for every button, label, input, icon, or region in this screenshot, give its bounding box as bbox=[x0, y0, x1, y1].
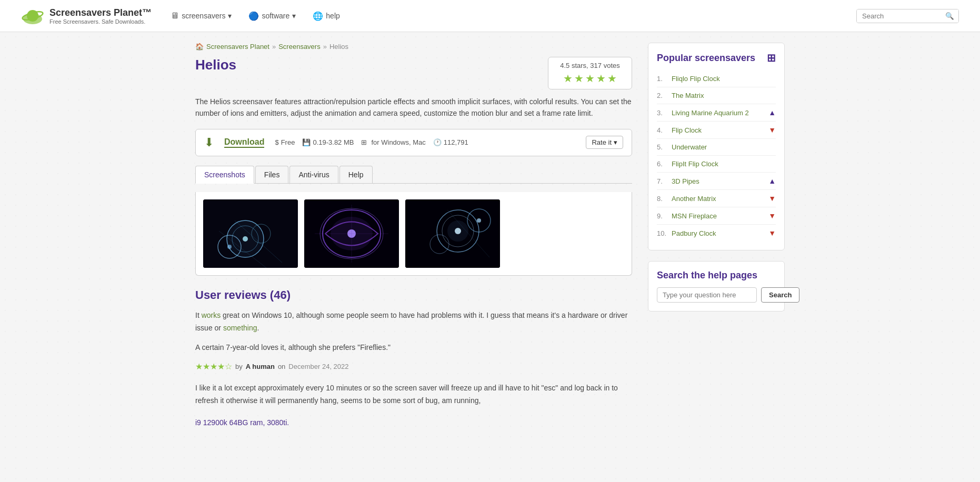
popular-item-num: 1. bbox=[657, 75, 667, 83]
nav-software-arrow: ▾ bbox=[292, 12, 296, 20]
breadcrumb: 🏠 Screensavers Planet » Screensavers » H… bbox=[195, 43, 632, 51]
star-2: ★ bbox=[574, 72, 584, 85]
review-author-1: A human bbox=[246, 363, 275, 370]
popular-item-link[interactable]: Another Matrix bbox=[672, 195, 764, 203]
header-search-button[interactable]: 🔍 bbox=[941, 9, 958, 23]
review-summary-p1: It works great on Windows 10, although s… bbox=[195, 309, 632, 335]
nav-screensavers-arrow: ▾ bbox=[228, 12, 232, 20]
popular-item-link[interactable]: Padbury Clock bbox=[672, 229, 764, 237]
tab-screenshots[interactable]: Screenshots bbox=[195, 166, 254, 184]
help-search-section: Search the help pages Search bbox=[648, 261, 785, 312]
popular-item-link[interactable]: MSN Fireplace bbox=[672, 212, 764, 220]
star-1: ★ bbox=[563, 72, 573, 85]
nav-help[interactable]: 🌐 help bbox=[309, 9, 343, 23]
header-search: 🔍 bbox=[856, 9, 959, 23]
tabs: Screenshots Files Anti-virus Help bbox=[195, 166, 632, 184]
rate-arrow-icon: ▾ bbox=[614, 138, 617, 146]
main-wrapper: 🏠 Screensavers Planet » Screensavers » H… bbox=[174, 32, 806, 450]
platform-item: ⊞ for Windows, Mac bbox=[361, 138, 425, 146]
tab-help[interactable]: Help bbox=[339, 166, 373, 183]
page-title: Helios bbox=[195, 57, 236, 73]
popular-item-link[interactable]: Living Marine Aquarium 2 bbox=[672, 109, 764, 117]
windows-os-icon: ⊞ bbox=[361, 138, 367, 146]
logo-text: Screensavers Planet™ Free Screensavers. … bbox=[49, 7, 152, 25]
popular-item-link[interactable]: Fliqlo Flip Clock bbox=[672, 75, 776, 83]
screenshots-panel bbox=[195, 192, 632, 276]
popular-item-num: 6. bbox=[657, 160, 667, 168]
popular-item: 9.MSN Fireplace▼ bbox=[657, 207, 776, 225]
screenshot-1[interactable] bbox=[203, 199, 298, 268]
description: The Helios screensaver features attracti… bbox=[195, 96, 632, 119]
popular-item-num: 10. bbox=[657, 229, 667, 237]
popular-item: 4.Flip Clock▼ bbox=[657, 122, 776, 139]
logo[interactable]: Screensavers Planet™ Free Screensavers. … bbox=[21, 4, 152, 27]
tab-antivirus[interactable]: Anti-virus bbox=[289, 166, 338, 183]
home-icon: 🏠 bbox=[195, 43, 204, 51]
popular-item-link[interactable]: The Matrix bbox=[672, 92, 776, 99]
popular-title-text: Popular screensavers bbox=[657, 53, 755, 64]
popular-item: 7.3D Pipes▲ bbox=[657, 173, 776, 190]
trend-down-icon: ▼ bbox=[768, 194, 776, 203]
monitor-icon: 🖥 bbox=[171, 11, 179, 21]
help-search-input[interactable] bbox=[657, 287, 757, 303]
size-item: 💾 0.19-3.82 MB bbox=[302, 138, 354, 146]
clock-icon: 🕐 bbox=[433, 138, 442, 146]
price-value: Free bbox=[281, 138, 295, 146]
nav-software-label: software bbox=[262, 12, 289, 20]
rate-button[interactable]: Rate it ▾ bbox=[586, 136, 623, 149]
download-arrow-icon: ⬇ bbox=[204, 136, 214, 149]
popular-item-num: 3. bbox=[657, 109, 667, 117]
popular-item: 8.Another Matrix▼ bbox=[657, 190, 776, 207]
rate-label: Rate it bbox=[592, 138, 612, 146]
stars-display: ★ ★ ★ ★ ★ bbox=[556, 72, 624, 85]
popular-item-link[interactable]: 3D Pipes bbox=[672, 177, 764, 185]
review-by-label: by bbox=[235, 363, 243, 370]
sidebar: Popular screensavers ⊞ 1.Fliqlo Flip Clo… bbox=[648, 43, 785, 440]
help-search-button[interactable]: Search bbox=[761, 287, 799, 303]
trend-down-icon: ▼ bbox=[768, 126, 776, 134]
rating-text: 4.5 stars, 317 votes bbox=[556, 62, 624, 69]
tab-files[interactable]: Files bbox=[255, 166, 289, 183]
trend-up-icon: ▲ bbox=[768, 177, 776, 185]
popular-item-num: 9. bbox=[657, 212, 667, 220]
popular-item-num: 7. bbox=[657, 177, 667, 185]
dollar-icon: $ bbox=[275, 138, 278, 146]
popular-item-link[interactable]: Underwater bbox=[672, 143, 776, 151]
nav-software[interactable]: 🔵 software ▾ bbox=[245, 9, 299, 23]
trend-down-icon: ▼ bbox=[768, 229, 776, 237]
review-highlight-works: works bbox=[202, 311, 221, 319]
breadcrumb-link-home[interactable]: Screensavers Planet bbox=[206, 43, 269, 51]
windows-logo-icon: ⊞ bbox=[767, 52, 776, 64]
review-2-main-text: I like it a lot except approximately eve… bbox=[195, 384, 618, 405]
popular-item: 5.Underwater bbox=[657, 139, 776, 156]
star-5-half: ★ bbox=[607, 72, 617, 85]
help-search-title: Search the help pages bbox=[657, 270, 776, 281]
nav-screensavers[interactable]: 🖥 screensavers ▾ bbox=[167, 9, 235, 23]
views-value: 112,791 bbox=[444, 138, 468, 146]
logo-title: Screensavers Planet™ bbox=[49, 7, 152, 18]
popular-item: 1.Fliqlo Flip Clock bbox=[657, 71, 776, 87]
review-on-label: on bbox=[278, 363, 285, 370]
disk-icon: 💾 bbox=[302, 138, 311, 146]
popular-item: 3.Living Marine Aquarium 2▲ bbox=[657, 104, 776, 122]
popular-item-num: 2. bbox=[657, 92, 667, 99]
price-item: $ Free bbox=[275, 138, 295, 146]
title-rating-row: Helios 4.5 stars, 317 votes ★ ★ ★ ★ ★ bbox=[195, 57, 632, 89]
review-summary-p2: A certain 7-year-old loves it, although … bbox=[195, 342, 632, 354]
download-link[interactable]: Download bbox=[224, 137, 264, 148]
svg-point-27 bbox=[477, 218, 481, 223]
popular-item-link[interactable]: FlipIt Flip Clock bbox=[672, 160, 776, 168]
review-summary-p1-text-1: It bbox=[195, 311, 202, 319]
review-2-highlight-text: i9 12900k 64BG ram, 3080ti. bbox=[195, 418, 289, 427]
screenshot-2[interactable] bbox=[304, 199, 399, 268]
nav-help-label: help bbox=[326, 12, 339, 20]
star-4: ★ bbox=[596, 72, 606, 85]
breadcrumb-sep-1: » bbox=[272, 43, 276, 51]
header-search-input[interactable] bbox=[857, 9, 941, 23]
popular-item-link[interactable]: Flip Clock bbox=[672, 126, 764, 134]
star-3: ★ bbox=[585, 72, 595, 85]
breadcrumb-link-screensavers[interactable]: Screensavers bbox=[278, 43, 320, 51]
rating-box: 4.5 stars, 317 votes ★ ★ ★ ★ ★ bbox=[548, 57, 632, 89]
breadcrumb-current: Helios bbox=[329, 43, 348, 51]
screenshot-3[interactable] bbox=[405, 199, 500, 268]
